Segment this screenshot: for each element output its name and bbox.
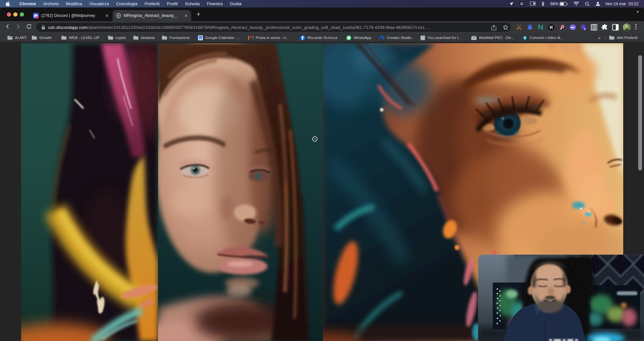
svg-text:5: 5: [584, 28, 586, 30]
svg-text:31: 31: [199, 37, 202, 40]
